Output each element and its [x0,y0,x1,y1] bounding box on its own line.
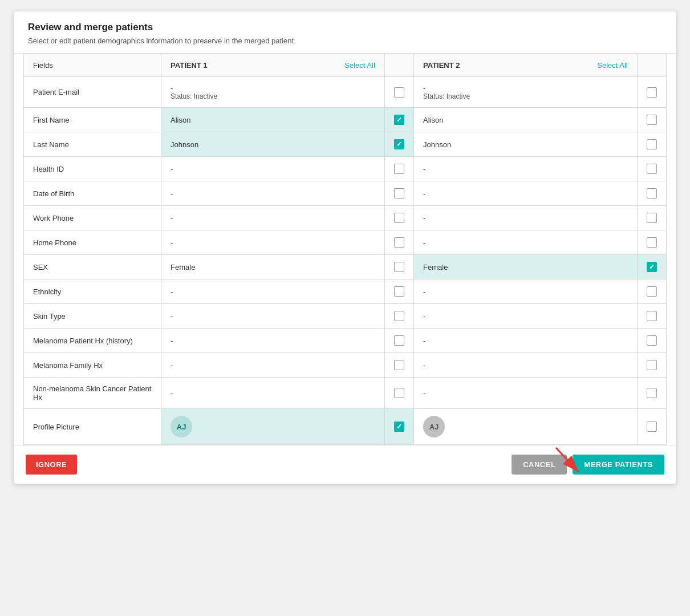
patient2-checkbox[interactable] [637,206,666,230]
checkbox-unchecked-icon[interactable] [647,388,657,398]
ignore-button[interactable]: IGNORE [26,455,77,475]
patient2-value: - [414,378,638,409]
checkbox-unchecked-icon[interactable] [647,335,657,346]
patient2-value: AJ [414,409,638,445]
checkbox-checked-icon[interactable] [394,422,404,432]
patient2-value: - [414,279,638,304]
table-row: Patient E-mail-Status: Inactive-Status: … [24,77,667,108]
checkbox-unchecked-icon[interactable] [394,164,404,174]
patient1-checkbox[interactable] [384,409,413,445]
checkbox-unchecked-icon[interactable] [647,164,657,174]
table-row: Last NameJohnsonJohnson [24,132,667,157]
patient1-checkbox[interactable] [384,230,413,255]
patient2-checkbox[interactable] [637,230,666,255]
checkbox-unchecked-icon[interactable] [394,188,404,198]
patient2-checkbox[interactable] [637,329,666,353]
patient2-checkbox[interactable] [637,255,666,279]
patient2-value: Johnson [414,132,638,157]
field-label: Home Phone [24,230,161,255]
table-row: Ethnicity-- [24,279,667,304]
patient2-value: - [414,181,638,206]
checkbox-unchecked-icon[interactable] [647,188,657,198]
field-label: Skin Type [24,304,161,329]
checkbox-unchecked-icon[interactable] [647,115,657,125]
patient1-checkbox[interactable] [384,255,413,279]
patient1-value: - [161,157,385,181]
checkbox-unchecked-icon[interactable] [394,286,404,297]
patient1-value: -Status: Inactive [161,77,385,108]
patient2-select-all[interactable]: Select All [597,61,627,70]
table-row: Non-melanoma Skin Cancer Patient Hx-- [24,378,667,409]
field-label: Melanoma Patient Hx (history) [24,329,161,353]
patient1-value: - [161,230,385,255]
patient2-checkbox[interactable] [637,304,666,329]
patient2-checkbox[interactable] [637,77,666,108]
patient1-checkbox[interactable] [384,157,413,181]
checkbox-unchecked-icon[interactable] [394,87,404,98]
checkbox-unchecked-icon[interactable] [394,213,404,223]
checkbox-unchecked-icon[interactable] [647,286,657,297]
checkbox-unchecked-icon[interactable] [394,311,404,321]
arrow-indicator [553,445,587,479]
field-label: Last Name [24,132,161,157]
field-label: Melanoma Family Hx [24,353,161,378]
patient2-value: Alison [414,108,638,132]
patient1-checkbox[interactable] [384,329,413,353]
field-label: Profile Picture [24,409,161,445]
checkbox-unchecked-icon[interactable] [647,213,657,223]
patient1-checkbox[interactable] [384,378,413,409]
checkbox-unchecked-icon[interactable] [647,237,657,248]
checkbox-unchecked-icon[interactable] [394,360,404,370]
checkbox-unchecked-icon[interactable] [647,360,657,370]
patient2-value: - [414,206,638,230]
patient1-value: AJ [161,409,385,445]
avatar: AJ [423,416,445,437]
checkbox-unchecked-icon[interactable] [394,262,404,272]
modal-title: Review and merge patients [28,22,662,33]
patient1-value: - [161,206,385,230]
checkbox-unchecked-icon[interactable] [647,422,657,432]
patient2-checkbox[interactable] [637,409,666,445]
field-label: First Name [24,108,161,132]
checkbox-unchecked-icon[interactable] [647,139,657,149]
footer-right-actions: CANCEL MERGE PATIENTS [512,455,664,475]
patient1-checkbox[interactable] [384,353,413,378]
patient2-value: - [414,353,638,378]
patient1-checkbox[interactable] [384,181,413,206]
merge-patients-modal: Review and merge patients Select or edit… [14,11,676,484]
patient1-checkbox[interactable] [384,206,413,230]
patient2-checkbox[interactable] [637,132,666,157]
patient2-value: - [414,157,638,181]
checkbox-checked-icon[interactable] [394,115,404,125]
table-header-row: Fields PATIENT 1 Select All PATIENT 2 Se… [24,54,667,77]
checkbox-unchecked-icon[interactable] [647,87,657,98]
table-row: Home Phone-- [24,230,667,255]
patient2-checkbox[interactable] [637,279,666,304]
checkbox-checked-icon[interactable] [647,262,657,272]
patient1-checkbox[interactable] [384,77,413,108]
checkbox-unchecked-icon[interactable] [394,388,404,398]
checkbox-unchecked-icon[interactable] [394,335,404,346]
patient1-checkbox[interactable] [384,108,413,132]
table-row: Date of Birth-- [24,181,667,206]
patient1-check-header [384,54,413,77]
patient2-checkbox[interactable] [637,108,666,132]
patient1-value: - [161,329,385,353]
patient2-value: Female [414,255,638,279]
field-label: SEX [24,255,161,279]
patient2-checkbox[interactable] [637,378,666,409]
checkbox-unchecked-icon[interactable] [647,311,657,321]
svg-line-1 [556,448,579,472]
patient1-checkbox[interactable] [384,304,413,329]
checkbox-unchecked-icon[interactable] [394,237,404,248]
patient2-value: - [414,329,638,353]
patient1-select-all[interactable]: Select All [344,61,375,70]
patient1-checkbox[interactable] [384,132,413,157]
patient1-checkbox[interactable] [384,279,413,304]
patient2-checkbox[interactable] [637,181,666,206]
patient2-checkbox[interactable] [637,353,666,378]
checkbox-checked-icon[interactable] [394,139,404,149]
patient1-value: - [161,181,385,206]
avatar: AJ [171,416,192,437]
patient2-checkbox[interactable] [637,157,666,181]
